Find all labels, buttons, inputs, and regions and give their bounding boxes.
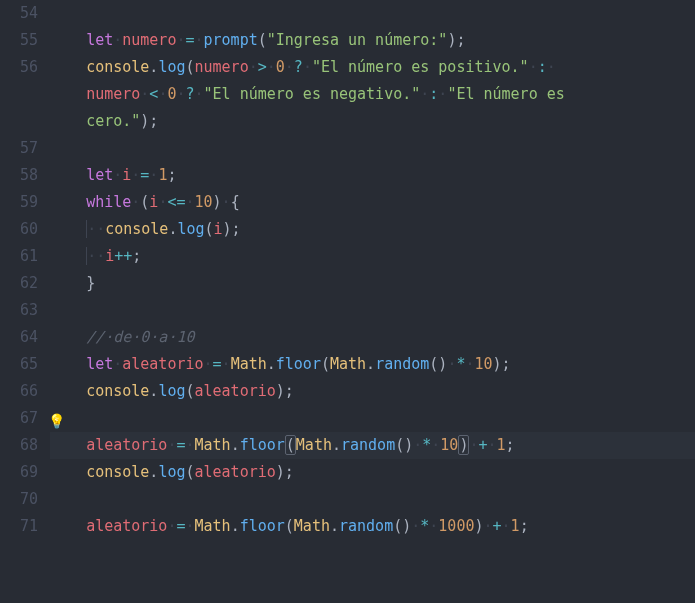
code-line[interactable]: let·aleatorio·=·Math.floor(Math.random()… bbox=[50, 351, 695, 378]
token-op: > bbox=[258, 58, 267, 76]
code-line[interactable]: } bbox=[50, 270, 695, 297]
token-ws: · bbox=[195, 85, 204, 103]
token-pln: ( bbox=[205, 220, 214, 238]
token-pln: ; bbox=[132, 247, 141, 265]
line-number: 62 bbox=[8, 270, 38, 297]
token-op: = bbox=[185, 31, 194, 49]
line-number: 60 bbox=[8, 216, 38, 243]
token-ws: · bbox=[185, 193, 194, 211]
token-pln: ( bbox=[258, 31, 267, 49]
token-var: numero bbox=[195, 58, 249, 76]
token-ws: · bbox=[185, 436, 194, 454]
code-line[interactable]: numero·<·0·?·"El número es negativo."·:·… bbox=[50, 81, 695, 108]
token-fn: log bbox=[158, 382, 185, 400]
token-op: * bbox=[422, 436, 431, 454]
line-number: 61 bbox=[8, 243, 38, 270]
code-line[interactable]: console.log(numero·>·0·?·"El número es p… bbox=[50, 54, 695, 81]
token-ws: · bbox=[96, 247, 105, 265]
code-line[interactable]: console.log(aleatorio); bbox=[50, 459, 695, 486]
token-pln: ); bbox=[276, 463, 294, 481]
code-line[interactable] bbox=[50, 0, 695, 27]
token-obj: Math bbox=[195, 436, 231, 454]
code-line[interactable]: ··i++; bbox=[50, 243, 695, 270]
code-line[interactable]: aleatorio·=·Math.floor(Math.random()·*·1… bbox=[50, 513, 695, 540]
code-area[interactable]: let·numero·=·prompt("Ingresa un número:"… bbox=[50, 0, 695, 603]
token-indent: · bbox=[86, 220, 96, 238]
code-editor[interactable]: 545556575859606162636465666768697071 let… bbox=[0, 0, 695, 603]
code-line[interactable]: 💡 bbox=[50, 405, 695, 432]
token-fn: random bbox=[375, 355, 429, 373]
token-obj: console bbox=[86, 382, 149, 400]
token-pln: ; bbox=[167, 166, 176, 184]
token-pln: ( bbox=[185, 58, 194, 76]
line-number: 66 bbox=[8, 378, 38, 405]
token-op: : bbox=[538, 58, 547, 76]
token-fn: log bbox=[158, 58, 185, 76]
token-num: 1 bbox=[497, 436, 506, 454]
token-indent: · bbox=[86, 247, 96, 265]
token-fn: random bbox=[341, 436, 395, 454]
token-obj: Math bbox=[195, 517, 231, 535]
token-pln: ); bbox=[140, 112, 158, 130]
code-line[interactable]: //·de·0·a·10 bbox=[50, 324, 695, 351]
code-line[interactable]: ··console.log(i); bbox=[50, 216, 695, 243]
line-number: 71 bbox=[8, 513, 38, 540]
token-ws: · bbox=[411, 517, 420, 535]
token-fn: floor bbox=[240, 517, 285, 535]
line-number-gutter: 545556575859606162636465666768697071 bbox=[0, 0, 50, 603]
token-ws: · bbox=[429, 517, 438, 535]
code-line[interactable]: let·numero·=·prompt("Ingresa un número:"… bbox=[50, 27, 695, 54]
token-num: 10 bbox=[195, 193, 213, 211]
token-pln: ); bbox=[276, 382, 294, 400]
token-op: + bbox=[478, 436, 487, 454]
token-ws: · bbox=[303, 58, 312, 76]
token-ws: · bbox=[488, 436, 497, 454]
line-number: 65 bbox=[8, 351, 38, 378]
token-pln: . bbox=[231, 436, 240, 454]
token-ws: · bbox=[420, 85, 429, 103]
code-line[interactable]: let·i·=·1; bbox=[50, 162, 695, 189]
token-op: <= bbox=[167, 193, 185, 211]
token-op: ? bbox=[294, 58, 303, 76]
token-ws: · bbox=[285, 58, 294, 76]
token-obj: Math bbox=[294, 517, 330, 535]
token-pln: . bbox=[231, 517, 240, 535]
token-op: = bbox=[140, 166, 149, 184]
token-ws: · bbox=[140, 85, 149, 103]
line-number: 67 bbox=[8, 405, 38, 432]
token-num: 1000 bbox=[438, 517, 474, 535]
token-num: 10 bbox=[440, 436, 458, 454]
token-op: = bbox=[213, 355, 222, 373]
token-var: aleatorio bbox=[195, 382, 276, 400]
token-str: "El número es negativo." bbox=[204, 85, 421, 103]
token-ws: · bbox=[431, 436, 440, 454]
token-kw: let bbox=[86, 166, 113, 184]
token-op: : bbox=[429, 85, 438, 103]
code-line[interactable] bbox=[50, 486, 695, 513]
token-pln: ( bbox=[321, 355, 330, 373]
token-fn: log bbox=[158, 463, 185, 481]
code-line[interactable] bbox=[50, 135, 695, 162]
code-line[interactable]: console.log(aleatorio); bbox=[50, 378, 695, 405]
token-str: cero." bbox=[86, 112, 140, 130]
token-pln: ) bbox=[474, 517, 483, 535]
token-num: 1 bbox=[511, 517, 520, 535]
code-line[interactable]: aleatorio·=·Math.floor(Math.random()·*·1… bbox=[50, 432, 695, 459]
token-var: i bbox=[105, 247, 114, 265]
line-number: 70 bbox=[8, 486, 38, 513]
token-fn: log bbox=[177, 220, 204, 238]
token-fn: random bbox=[339, 517, 393, 535]
token-str: "El número es bbox=[447, 85, 573, 103]
code-line[interactable]: while·(i·<=·10)·{ bbox=[50, 189, 695, 216]
token-pln: ( bbox=[285, 435, 296, 455]
line-number: 54 bbox=[8, 0, 38, 27]
token-ws: · bbox=[113, 31, 122, 49]
line-number: 63 bbox=[8, 297, 38, 324]
token-pln: ) bbox=[458, 435, 469, 455]
lightbulb-icon[interactable]: 💡 bbox=[48, 408, 65, 435]
token-ws: · bbox=[131, 193, 140, 211]
code-line[interactable] bbox=[50, 297, 695, 324]
token-pln: ; bbox=[520, 517, 529, 535]
code-line[interactable]: cero."); bbox=[50, 108, 695, 135]
token-ws: · bbox=[131, 166, 140, 184]
